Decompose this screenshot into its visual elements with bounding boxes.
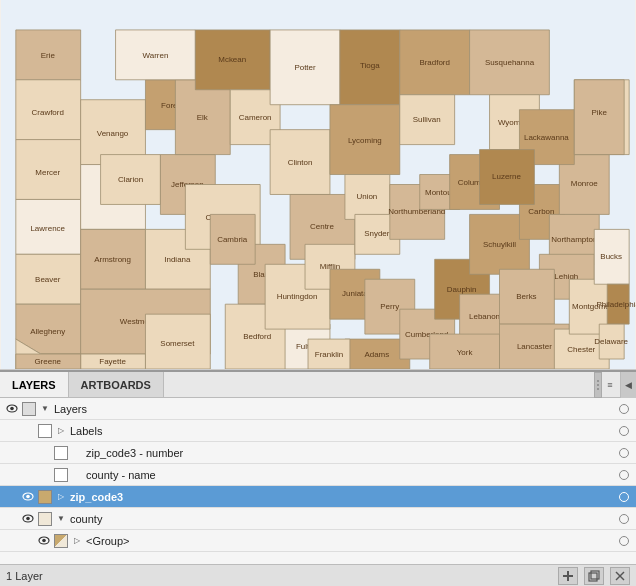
layer-thumb-county: [38, 512, 52, 526]
svg-text:Indiana: Indiana: [164, 255, 191, 264]
svg-rect-151: [589, 573, 597, 581]
layer-target-zip-code3[interactable]: [616, 489, 632, 505]
layer-arrow-county[interactable]: ▼: [54, 512, 68, 526]
svg-text:Bedford: Bedford: [243, 332, 271, 341]
layer-name-group: <Group>: [84, 535, 616, 547]
layer-target-zip-number[interactable]: [616, 445, 632, 461]
panel-header: LAYERS ARTBOARDS ≡ ◀: [0, 372, 636, 398]
svg-text:Northampton: Northampton: [551, 235, 597, 244]
svg-text:Perry: Perry: [380, 302, 399, 311]
svg-text:Delaware: Delaware: [594, 337, 628, 346]
svg-marker-133: [574, 80, 624, 155]
layers-panel: LAYERS ARTBOARDS ≡ ◀ ▼ Layers: [0, 370, 636, 586]
svg-text:Luzerne: Luzerne: [492, 173, 521, 182]
svg-point-136: [10, 407, 14, 411]
layer-target-county-name[interactable]: [616, 467, 632, 483]
svg-text:Cameron: Cameron: [239, 113, 272, 122]
layer-thumb-county-name: [54, 468, 68, 482]
tab-artboards[interactable]: ARTBOARDS: [69, 372, 164, 397]
layer-arrow-zip-code3[interactable]: ▷: [54, 490, 68, 504]
svg-text:Lebanon: Lebanon: [469, 312, 500, 321]
svg-text:Philadelphia: Philadelphia: [596, 300, 636, 309]
layer-thumb-labels: [38, 424, 52, 438]
layer-name-labels: Labels: [68, 425, 616, 437]
svg-text:Lancaster: Lancaster: [517, 342, 552, 351]
layer-name-zip-code3: zip_code3: [68, 491, 616, 503]
eye-icon-zip-code3[interactable]: [20, 489, 36, 505]
layer-row-layers-root[interactable]: ▼ Layers: [0, 398, 636, 420]
svg-text:Juniata: Juniata: [342, 289, 368, 298]
layer-arrow-labels[interactable]: ▷: [54, 424, 68, 438]
svg-text:Beaver: Beaver: [35, 275, 61, 284]
map-svg: .county { stroke: #a09070; stroke-width:…: [0, 0, 636, 369]
svg-text:Clinton: Clinton: [288, 158, 313, 167]
svg-rect-150: [567, 571, 569, 581]
svg-text:Chester: Chester: [567, 345, 595, 354]
layer-target-county[interactable]: [616, 511, 632, 527]
panel-collapse-button[interactable]: ◀: [620, 372, 636, 398]
map-container: .county { stroke: #a09070; stroke-width:…: [0, 0, 636, 370]
layer-thumb-zip-number: [54, 446, 68, 460]
layer-target-layers[interactable]: [616, 401, 632, 417]
svg-text:Adams: Adams: [364, 350, 389, 359]
svg-point-144: [26, 495, 30, 499]
svg-text:Greene: Greene: [34, 357, 61, 366]
layer-thumb-zip-code3: [38, 490, 52, 504]
layer-name-county-name: county - name: [84, 469, 616, 481]
svg-text:Centre: Centre: [310, 222, 334, 231]
resize-handle[interactable]: [594, 372, 602, 398]
svg-rect-152: [591, 571, 599, 579]
layer-row-county-name[interactable]: ▷ county - name: [0, 464, 636, 486]
svg-text:Dauphin: Dauphin: [447, 285, 477, 294]
svg-text:Susquehanna: Susquehanna: [485, 58, 535, 67]
eye-icon-layers[interactable]: [4, 401, 20, 417]
svg-point-146: [26, 517, 30, 521]
layer-arrow-group[interactable]: ▷: [70, 534, 84, 548]
svg-text:Tioga: Tioga: [360, 61, 380, 70]
eye-icon-county[interactable]: [20, 511, 36, 527]
svg-text:Warren: Warren: [143, 51, 169, 60]
tab-layers[interactable]: LAYERS: [0, 372, 69, 397]
layer-name-zip-number: zip_code3 - number: [84, 447, 616, 459]
layer-row-county[interactable]: ▼ county: [0, 508, 636, 530]
svg-point-148: [42, 539, 46, 543]
layer-row-labels[interactable]: ▷ Labels: [0, 420, 636, 442]
svg-text:Erie: Erie: [41, 51, 56, 60]
layer-name-layers: Layers: [52, 403, 616, 415]
svg-text:Huntingdon: Huntingdon: [277, 292, 318, 301]
layer-thumb-group: [54, 534, 68, 548]
svg-text:York: York: [457, 348, 473, 357]
svg-text:Union: Union: [356, 192, 377, 201]
layer-arrow-layers[interactable]: ▼: [38, 402, 52, 416]
eye-icon-group[interactable]: [36, 533, 52, 549]
panel-options-button[interactable]: ≡: [602, 372, 618, 398]
svg-text:Lackawanna: Lackawanna: [524, 133, 569, 142]
duplicate-layer-button[interactable]: [584, 567, 604, 585]
delete-layer-button[interactable]: [610, 567, 630, 585]
new-layer-button[interactable]: [558, 567, 578, 585]
layer-row-zip-code3[interactable]: ▷ zip_code3: [0, 486, 636, 508]
svg-text:Fayette: Fayette: [99, 357, 126, 366]
layer-name-county: county: [68, 513, 616, 525]
layer-count-label: 1 Layer: [6, 570, 43, 582]
layer-row-group[interactable]: ▷ <Group>: [0, 530, 636, 552]
svg-text:Pike: Pike: [591, 108, 607, 117]
svg-text:Crawford: Crawford: [32, 108, 64, 117]
svg-text:Bucks: Bucks: [600, 252, 622, 261]
svg-text:Elk: Elk: [197, 113, 208, 122]
layers-list: ▼ Layers ▷ Labels ▷ zip_code3 - number: [0, 398, 636, 564]
layer-target-group[interactable]: [616, 533, 632, 549]
layer-target-labels[interactable]: [616, 423, 632, 439]
layer-row-zip-number[interactable]: ▷ zip_code3 - number: [0, 442, 636, 464]
svg-text:Franklin: Franklin: [315, 350, 343, 359]
svg-text:Mckean: Mckean: [218, 55, 246, 64]
svg-text:Lycoming: Lycoming: [348, 136, 382, 145]
svg-text:Potter: Potter: [294, 63, 316, 72]
svg-text:Monroe: Monroe: [571, 179, 599, 188]
svg-text:Berks: Berks: [516, 292, 536, 301]
svg-text:Lawrence: Lawrence: [30, 224, 65, 233]
svg-text:Somerset: Somerset: [160, 339, 195, 348]
svg-text:Cambria: Cambria: [217, 235, 248, 244]
svg-text:Armstrong: Armstrong: [94, 255, 131, 264]
svg-text:Sullivan: Sullivan: [413, 115, 441, 124]
